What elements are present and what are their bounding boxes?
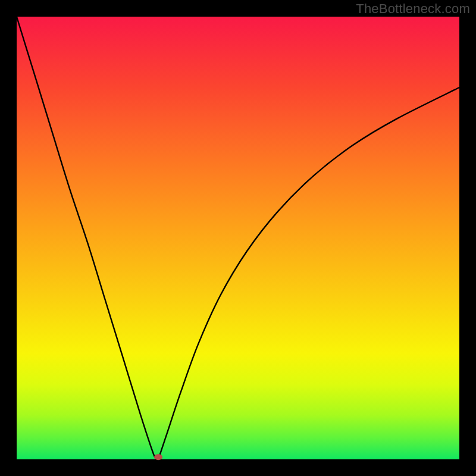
- curve-layer: [17, 17, 459, 459]
- minimum-marker: [154, 454, 162, 460]
- plot-area: [17, 17, 459, 459]
- bottleneck-curve: [17, 17, 459, 460]
- chart-frame: TheBottleneck.com: [0, 0, 476, 476]
- watermark-text: TheBottleneck.com: [356, 1, 470, 17]
